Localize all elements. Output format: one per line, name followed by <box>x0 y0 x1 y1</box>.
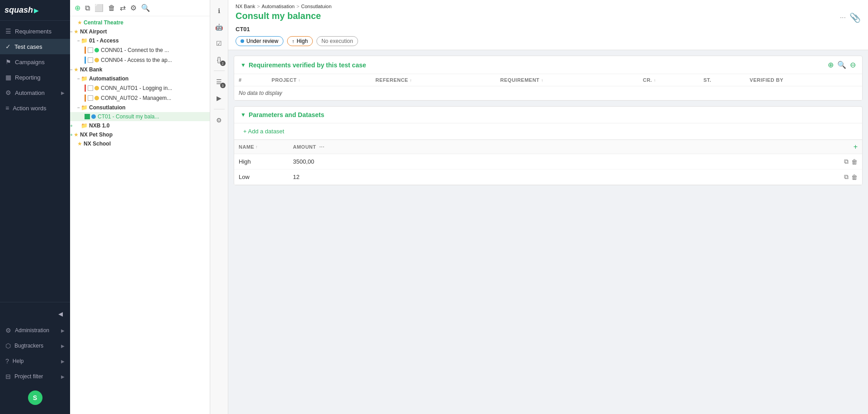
sidebar-item-project-filter[interactable]: ⊟ Project filter ▶ <box>0 369 70 384</box>
tree-copy-icon[interactable]: ⧉ <box>85 4 90 12</box>
tree-item-consutlatuion[interactable]: − 📁 Consutlatuion <box>70 103 210 112</box>
tree-content: ★ Central Theatre − ★ NX Airport − 📁 01 … <box>70 16 210 414</box>
play-button[interactable]: ▶ <box>212 91 226 105</box>
requirements-icon: ☰ <box>5 28 11 35</box>
tree-item-conn04[interactable]: CONN04 - Access to the ap... <box>70 55 210 65</box>
tree-collapse-icon[interactable]: − <box>77 38 81 43</box>
code-button[interactable]: {} 2 <box>212 52 226 67</box>
col-cr[interactable]: CR. ↑ <box>638 74 699 86</box>
sidebar-item-test-cases[interactable]: ✓ Test cases <box>0 39 70 54</box>
tree-item-01-access[interactable]: − 📁 01 - Access <box>70 36 210 45</box>
tree-item-ct01[interactable]: CT01 - Consult my bala... <box>70 112 210 121</box>
col-reference[interactable]: REFERENCE ↑ <box>371 74 496 86</box>
tree-item-label: NX Bank <box>80 66 102 73</box>
requirements-add-button[interactable]: ⊕ <box>828 61 834 69</box>
sidebar-item-automation[interactable]: ⚙ Automation ▶ <box>0 85 70 100</box>
requirements-table-header-row: # PROJECT ↑ REFERENCE ↑ REQUIREMENT ↑ CR… <box>234 74 862 86</box>
list-button[interactable]: ☰ 3 <box>212 75 226 89</box>
params-col-amount: amount ··· <box>293 144 854 150</box>
action-words-icon: ≡ <box>5 104 9 112</box>
tree-collapse-icon[interactable]: − <box>70 67 74 72</box>
tree-item-nx-bank[interactable]: − ★ NX Bank <box>70 65 210 74</box>
tree-checkbox[interactable] <box>85 114 90 119</box>
badge-high-label: High <box>297 38 308 44</box>
settings-button[interactable]: ⚙ <box>212 113 226 127</box>
sidebar-item-bugtrackers[interactable]: ⬡ Bugtrackers ▶ <box>0 338 70 353</box>
badge-no-execution[interactable]: No execution <box>316 36 358 46</box>
duplicate-row-button[interactable]: ⧉ <box>844 158 849 165</box>
sidebar-item-reporting[interactable]: ▦ Reporting <box>0 70 70 85</box>
user-avatar[interactable]: S <box>28 390 42 405</box>
status-dot <box>94 96 99 100</box>
star-icon: ★ <box>74 28 79 35</box>
tree-item-automatisation[interactable]: − 📁 Automatisation <box>70 74 210 83</box>
tree-item-conn-auto2[interactable]: CONN_AUTO2 - Managem... <box>70 93 210 103</box>
sidebar-item-campaigns[interactable]: ⚑ Campaigns <box>0 54 70 70</box>
sidebar-item-administration[interactable]: ⚙ Administration ▶ <box>0 323 70 338</box>
delete-row-button[interactable]: 🗑 <box>851 174 858 181</box>
tree-collapse-icon[interactable]: − <box>77 76 81 81</box>
tree-item-nxb-1-0[interactable]: + 📁 NXB 1.0 <box>70 121 210 130</box>
tree-add-icon[interactable]: ⊕ <box>75 4 80 12</box>
project-filter-icon: ⊟ <box>5 373 11 380</box>
attachment-icon[interactable]: 📎 <box>849 12 861 23</box>
badge-high[interactable]: ↑ High <box>287 36 313 46</box>
name-sort-icon: ↑ <box>255 145 258 149</box>
tree-expand-icon[interactable]: + <box>70 132 74 137</box>
tree-item-label: NXB 1.0 <box>89 122 109 129</box>
tree-search-icon[interactable]: 🔍 <box>141 4 150 12</box>
tree-collapse-icon[interactable]: − <box>77 105 81 110</box>
robot-button[interactable]: 🤖 <box>212 20 226 34</box>
tree-refresh-icon[interactable]: ⇄ <box>120 4 126 12</box>
delete-row-button[interactable]: 🗑 <box>851 158 858 165</box>
sidebar-item-action-words[interactable]: ≡ Action words <box>0 100 70 116</box>
sidebar-item-requirements[interactable]: ☰ Requirements <box>0 24 70 39</box>
requirements-section-actions: ⊕ 🔍 ⊖ <box>828 61 856 69</box>
tree-expand-icon[interactable]: + <box>70 123 74 128</box>
tree-checkbox[interactable] <box>88 57 93 63</box>
col-project[interactable]: PROJECT ↑ <box>267 74 371 86</box>
tree-paste-icon[interactable]: ⬜ <box>94 4 104 12</box>
tree-item-conn-auto1[interactable]: CONN_AUTO1 - Logging in... <box>70 83 210 93</box>
info-button[interactable]: ℹ <box>212 4 226 18</box>
tree-settings-icon[interactable]: ⚙ <box>130 4 137 12</box>
requirements-section-header: ▼ Requirements verified by this test cas… <box>234 56 862 74</box>
tree-delete-icon[interactable]: 🗑 <box>108 4 115 12</box>
amount-more-button[interactable]: ··· <box>319 144 325 150</box>
tree-panel: ⊕ ⧉ ⬜ 🗑 ⇄ ⚙ 🔍 ★ Central Theatre − ★ NX A… <box>70 0 210 414</box>
requirements-remove-button[interactable]: ⊖ <box>850 61 856 69</box>
col-st: ST. <box>699 74 745 86</box>
info-icon: ℹ <box>218 7 220 14</box>
check-button[interactable]: ☑ <box>212 36 226 51</box>
tree-item-label: 01 - Access <box>89 38 119 44</box>
breadcrumb-nx-bank: NX Bank <box>236 4 255 9</box>
tree-item-conn01[interactable]: CONN01 - Connect to the ... <box>70 45 210 55</box>
sidebar-item-label: Administration <box>15 327 49 334</box>
tree-item-nx-school[interactable]: ★ NX School <box>70 139 210 148</box>
badge-under-review[interactable]: Under review <box>236 36 283 46</box>
requirements-collapse-button[interactable]: ▼ <box>241 62 246 68</box>
sidebar-collapse-button[interactable]: ◀ <box>55 307 66 321</box>
col-requirement[interactable]: REQUIREMENT ↑ <box>496 74 638 86</box>
requirements-search-button[interactable]: 🔍 <box>837 61 846 69</box>
sidebar-item-help[interactable]: ? Help ▶ <box>0 353 70 369</box>
test-id: CT01 <box>236 24 861 36</box>
priority-up-icon: ↑ <box>292 38 295 44</box>
tree-item-nx-airport[interactable]: − ★ NX Airport <box>70 27 210 36</box>
add-column-button[interactable]: + <box>854 143 858 151</box>
breadcrumb-automatisation: Automatisation <box>262 4 295 9</box>
tree-item-central-theatre[interactable]: ★ Central Theatre <box>70 18 210 27</box>
params-name-high: High <box>239 158 293 165</box>
tree-checkbox[interactable] <box>88 85 93 91</box>
duplicate-row-button[interactable]: ⧉ <box>844 173 849 181</box>
tree-item-nx-pet-shop[interactable]: + ★ NX Pet Shop <box>70 130 210 139</box>
params-col-name[interactable]: NAME ↑ <box>239 144 293 150</box>
play-icon: ▶ <box>217 94 222 102</box>
more-menu-button[interactable]: ··· <box>840 14 846 22</box>
add-dataset-button[interactable]: + Add a dataset <box>239 126 289 136</box>
parameters-collapse-button[interactable]: ▼ <box>241 112 246 118</box>
sidebar-item-label: Automation <box>15 89 45 96</box>
tree-collapse-icon[interactable]: − <box>70 29 74 34</box>
tree-checkbox[interactable] <box>88 47 93 53</box>
tree-checkbox[interactable] <box>88 95 93 101</box>
